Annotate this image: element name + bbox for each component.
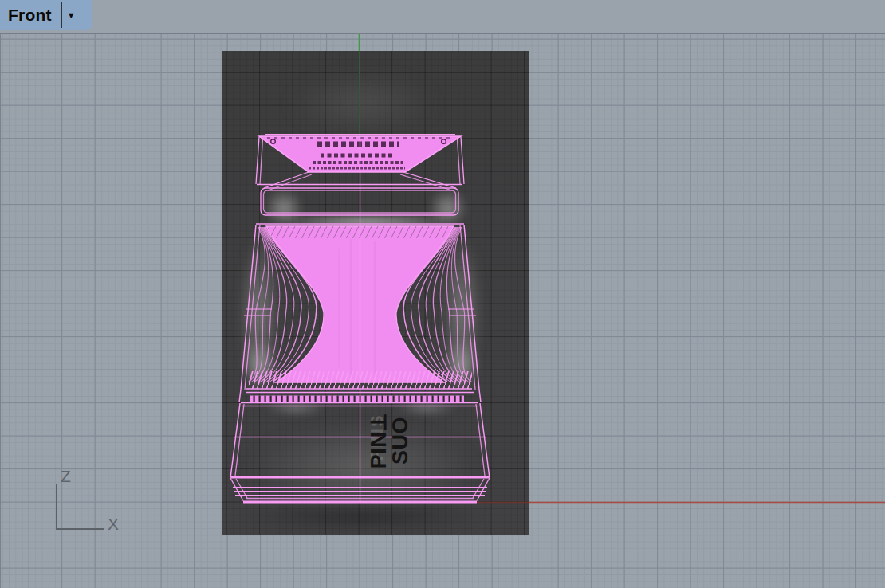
render-shaded-region [222, 51, 529, 535]
gizmo-z-label: Z [61, 467, 71, 486]
gizmo-z-axis [56, 484, 57, 530]
gizmo-x-axis [56, 528, 104, 530]
viewport-title-tab[interactable]: Front ▼ [0, 0, 92, 30]
gizmo-x-label: X [108, 515, 119, 534]
viewport-title[interactable]: Front [0, 6, 52, 25]
render-region-grid [222, 51, 529, 535]
viewport-dropdown-icon[interactable]: ▼ [62, 0, 76, 30]
rhino-front-viewport: { "viewport": { "tab_label": "Front", "d… [0, 0, 885, 588]
viewport-top-strip [0, 0, 885, 34]
